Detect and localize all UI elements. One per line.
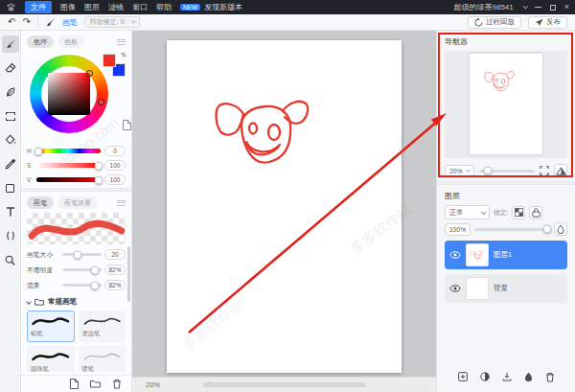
brush-tool[interactable] (2, 35, 19, 53)
tab-brush-settings[interactable]: 画笔设置 (58, 196, 98, 209)
lock-transparency-button[interactable] (512, 206, 525, 219)
canvas-zoom-level[interactable]: 20% (146, 380, 160, 389)
new-group-folder-icon[interactable] (90, 380, 101, 388)
color-panel-menu-icon[interactable] (117, 39, 126, 45)
process-replay-label: 过程回放 (486, 17, 515, 27)
eyedropper-tool[interactable] (2, 155, 19, 173)
menu-window[interactable]: 窗口 (132, 2, 148, 12)
brush-item-pencil[interactable]: 铅笔 (27, 311, 75, 342)
fill-tool[interactable] (2, 131, 19, 149)
adjustment-layer-icon[interactable] (480, 372, 490, 381)
delete-layer-icon[interactable] (545, 372, 555, 382)
text-tool[interactable] (2, 203, 19, 220)
hue-slider-knob[interactable] (34, 147, 43, 155)
tab-swatches[interactable]: 色板 (58, 35, 84, 48)
navigator-zoom-box[interactable]: 20% (445, 165, 474, 176)
brush-group-header[interactable]: 常规画笔 (27, 297, 126, 307)
close-button[interactable]: × (564, 3, 569, 12)
redo-button[interactable]: ↷ (22, 17, 30, 27)
menu-filter[interactable]: 滤镜 (108, 2, 124, 12)
add-layer-icon[interactable] (458, 372, 468, 381)
maximize-button[interactable] (550, 5, 556, 11)
new-version-link[interactable]: 发现新版本 (204, 2, 242, 12)
layer-visibility-eye-icon[interactable] (449, 285, 461, 292)
lock-layer-button[interactable] (529, 206, 542, 219)
mirror-preview-button[interactable] (554, 164, 567, 177)
color-wheel[interactable] (27, 51, 126, 142)
delete-brush-icon[interactable] (112, 379, 122, 389)
sv-marker[interactable] (86, 70, 93, 77)
copy-color-icon[interactable] (123, 120, 131, 130)
tab-color-wheel[interactable]: 色环 (27, 35, 54, 48)
tab-brush[interactable]: 画笔 (27, 196, 54, 209)
swap-colors-icon[interactable] (120, 51, 127, 58)
brush-size-knob[interactable] (73, 250, 81, 259)
navigator-preview[interactable] (445, 51, 567, 158)
marquee-tool[interactable] (2, 107, 19, 125)
layers-panel: 图层 正常 锁定: 100% (437, 185, 575, 392)
flow-value[interactable]: 82% (104, 280, 126, 290)
layer-visibility-eye-icon[interactable] (449, 251, 461, 259)
undo-button[interactable]: ↶ (8, 17, 15, 27)
left-panel-scrollbar[interactable] (127, 246, 130, 302)
layer-opacity-slider[interactable] (474, 228, 550, 231)
hue-value[interactable]: 0 (104, 146, 126, 156)
drawing-canvas[interactable] (167, 40, 402, 373)
zoom-tool[interactable] (2, 251, 19, 268)
opacity-slider[interactable] (62, 268, 102, 271)
new-brush-icon[interactable] (70, 379, 79, 389)
saturation-value-square[interactable] (48, 73, 90, 115)
hue-slider[interactable] (36, 149, 101, 153)
stabilizer-dropdown[interactable]: 抖动修正: 0 (84, 16, 140, 28)
navigator-zoom-slider[interactable] (479, 170, 535, 173)
opacity-knob[interactable] (90, 265, 99, 274)
opacity-value[interactable]: 82% (104, 265, 126, 275)
saturation-value[interactable]: 100 (104, 160, 126, 171)
brush-item-airbrush[interactable]: 喷笔 (79, 346, 126, 372)
eraser-tool[interactable] (2, 59, 19, 77)
chevron-down-icon[interactable] (522, 3, 528, 9)
layer-fill-button[interactable] (554, 222, 567, 236)
shape-tool[interactable] (2, 179, 19, 196)
minimize-button[interactable] (535, 7, 541, 8)
layer-row-1[interactable]: 图层1 (445, 241, 567, 269)
username[interactable]: 超级的绿茶98541 (453, 2, 513, 12)
brush-size-slider[interactable] (62, 253, 102, 256)
brush-item-ballpoint[interactable]: 圆珠笔 (27, 346, 75, 372)
publish-button[interactable]: 发布 (528, 16, 567, 29)
menu-file[interactable]: 文件 (25, 1, 52, 13)
checkerboard-icon (515, 208, 523, 217)
navigator-zoom-knob[interactable] (483, 167, 492, 175)
saturation-slider[interactable] (36, 163, 101, 168)
navigator-panel: 导航器 20% (437, 31, 575, 181)
layer-opacity-knob[interactable] (542, 225, 551, 234)
layer-name: 背景 (494, 284, 508, 293)
brush-size-value[interactable]: 20 (104, 249, 126, 260)
saturation-slider-knob[interactable] (94, 161, 103, 170)
hue-marker[interactable] (98, 99, 104, 105)
app-logo-icon (6, 2, 16, 12)
value-slider[interactable] (36, 177, 101, 182)
flow-knob[interactable] (90, 281, 99, 289)
merge-down-icon[interactable] (502, 372, 512, 381)
menu-help[interactable]: 帮助 (156, 2, 172, 12)
horizontal-scrollbar[interactable] (203, 382, 366, 387)
process-replay-button[interactable]: 过程回放 (468, 16, 521, 29)
dog-sketch (190, 79, 334, 184)
fit-screen-button[interactable] (540, 166, 549, 175)
smudge-tool[interactable] (2, 83, 19, 101)
menu-layer[interactable]: 图层 (84, 2, 100, 12)
layer-opacity-box[interactable]: 100% (445, 223, 471, 236)
liquify-tool[interactable] (2, 227, 19, 244)
foreground-color-swatch[interactable] (103, 54, 116, 67)
menu-image[interactable]: 图像 (60, 2, 76, 12)
flow-slider[interactable] (62, 284, 102, 287)
layer-thumbnail (467, 244, 488, 265)
value-slider-knob[interactable] (94, 175, 103, 184)
blend-mode-select[interactable]: 正常 (445, 205, 490, 219)
brush-item-soft[interactable]: 柔边笔 (79, 311, 126, 342)
layer-mask-icon[interactable] (524, 372, 533, 381)
layer-row-background[interactable]: 背景 (445, 274, 567, 303)
value-value[interactable]: 100 (104, 174, 126, 185)
brush-panel-menu-icon[interactable] (117, 200, 126, 206)
